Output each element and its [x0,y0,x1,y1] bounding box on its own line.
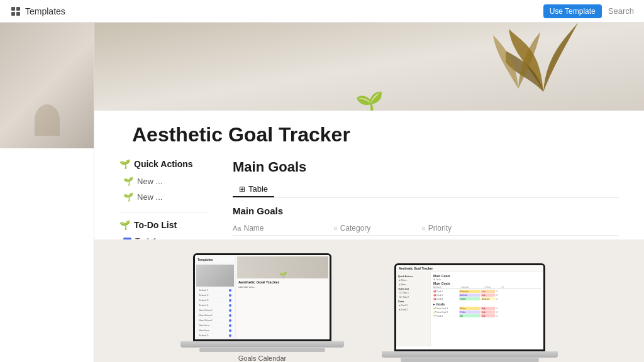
svg-rect-2 [11,12,15,16]
category-col-label: Category [340,224,371,233]
table-tab-label: Table [248,184,268,194]
laptop-left-foot [199,348,325,352]
palm-leaf-light-icon [493,29,543,92]
todo-header: 🌱 To-Do List [119,220,208,230]
table-tab-icon: ⊞ [239,185,245,194]
list-item: New Item [196,323,234,328]
rs-item: ▸ Goal 2 [398,308,428,312]
left-sidebar-rows: School 1 School 2 School 3 School 4 New … [196,288,234,339]
rs-item: ▸ Goal 1 [398,304,428,307]
list-item: School 3 [196,298,234,303]
priority-col-label: Priority [428,224,452,233]
new-action-1-label: New ... [137,177,162,186]
rs-section-goals: Goals [398,300,428,303]
name-col-label: Name [243,224,264,233]
goals-title: Main Goals [233,159,619,175]
laptop-right-foot [401,358,539,362]
tab-table[interactable]: ⊞ Table [233,182,274,197]
new-action-2-icon: 🌱 [123,192,133,202]
rs-table-row: 🌱 Goal 4 Art High 4/5 [433,314,541,317]
laptops-section: Templates School 1 School 2 School 3 Sch… [94,239,644,362]
col-header-category: ○ Category [333,224,421,233]
sidebar [0,23,94,362]
todo-icon: 🌱 [119,220,130,230]
hero-area: 🌱 [94,23,644,111]
laptop-right-base [382,351,558,358]
panel-divider [119,212,208,212]
right-laptop-content: Quick Actions ▸ New ... ▸ New ... To-Do … [396,272,543,346]
laptop-right-screen: Aesthetic Goal Tracker Quick Actions ▸ N… [394,263,545,351]
sidebar-thumbnail [0,23,94,148]
rs-item: ▸ New ... [398,283,428,287]
todo-label: To-Do List [134,220,177,230]
rs-table-row: 🎯 Goal 1 Education Low 4/5 [433,290,541,293]
category-col-icon: ○ [333,224,338,232]
search-link[interactable]: Search [608,6,634,16]
plant-emoji-icon: 🌱 [355,90,384,111]
quick-actions-header: 🌱 Quick Actions [119,159,208,169]
use-template-button[interactable]: Use Template [543,4,602,18]
logo-icon [10,6,21,17]
priority-col-icon: ○ [421,224,426,232]
svg-rect-0 [11,7,15,11]
svg-rect-1 [16,7,20,11]
page-title-section: Aesthetic Goal Tracker [94,111,644,153]
rs-section-todo: To-Do List [398,288,428,290]
list-item: School 4 [196,303,234,308]
header-actions: Use Template Search [543,4,634,18]
list-item: New Item [196,328,234,333]
rs-section-quick: Quick Actions [398,275,428,278]
rs-table-row: 🎯 Goal 3 Health Moderate 4/5 [433,297,541,300]
header: Templates Use Template Search [0,0,644,23]
laptop-left-content: Templates School 1 School 2 School 3 Sch… [195,255,330,339]
name-col-icon: Aa [233,224,241,232]
new-action-2[interactable]: 🌱 New ... [119,190,208,204]
page-title: Aesthetic Goal Tracker [132,123,606,146]
view-tabs: ⊞ Table [233,182,619,198]
logo: Templates [10,6,65,17]
logo-text: Templates [25,6,65,16]
new-action-2-label: New ... [137,192,162,202]
quick-actions-icon: 🌱 [119,159,130,169]
laptop-left-screen: Templates School 1 School 2 School 3 Sch… [193,253,331,341]
right-laptop-main: Main Goals ⊞ Table Main Goals Aa Name ○ … [431,272,543,346]
rs-table-title: Main Goals [433,282,541,285]
new-action-1-icon: 🌱 [123,177,133,186]
quick-actions-label: Quick Actions [134,159,193,169]
list-item: New School [196,318,234,323]
list-item: School 2 [196,293,234,298]
sidebar-image [0,23,94,148]
right-laptop-header: Aesthetic Goal Tracker [396,265,543,272]
rs-item: ☑ Task 2 [398,295,428,299]
svg-rect-3 [16,12,20,16]
laptop-left-label: Goals Calendar [238,354,286,362]
right-laptop-sidebar: Quick Actions ▸ New ... ▸ New ... To-Do … [396,272,431,346]
rs-item: ▸ New ... [398,278,428,282]
laptop-left-base [180,341,344,348]
laptop-left: Templates School 1 School 2 School 3 Sch… [180,253,344,362]
list-item: New Added [196,338,234,339]
laptop-right: Aesthetic Goal Tracker Quick Actions ▸ N… [382,263,558,362]
table-header-row: Aa Name ○ Category ○ Priority [233,221,619,236]
list-item: New School [196,313,234,318]
col-header-priority: ○ Priority [421,224,497,233]
new-action-1[interactable]: 🌱 New ... [119,174,208,189]
list-item: New School [196,308,234,313]
col-header-name: Aa Name [233,224,333,233]
table-subtitle: Main Goals [233,206,619,216]
rs-goals-section: ▸ Goals [433,302,541,306]
rs-table-row: 🌱 New Goal 1 Rocky High 4/5 [433,307,541,310]
rs-main-title: Main Goals [433,274,541,278]
rs-table-row: 🎯 Goal 2 Art/Craft High 4/9 [433,293,541,297]
list-item: School 5 [196,333,234,338]
list-item: School 1 [196,288,234,293]
rs-table-row: 🌱 New Goal 2 Public High 4/9 [433,310,541,314]
rs-item: ☑ Task 1 [398,291,428,295]
